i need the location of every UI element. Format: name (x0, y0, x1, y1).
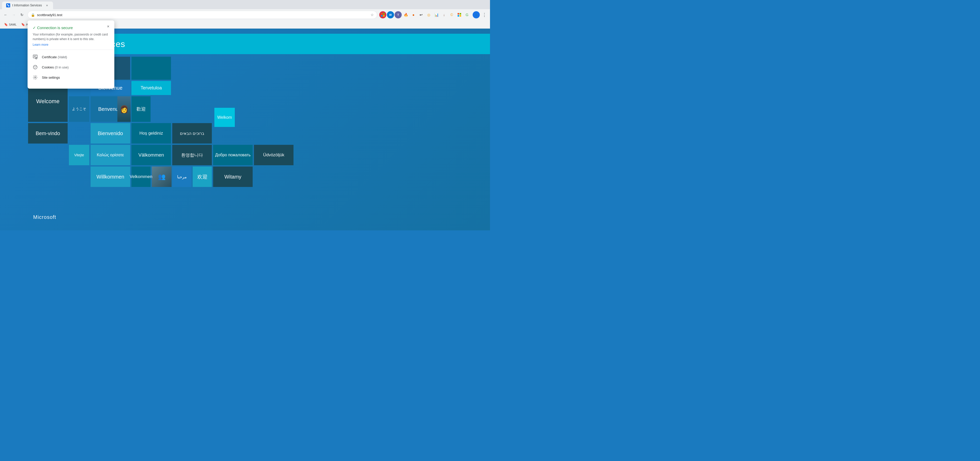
svg-rect-9 (458, 15, 459, 17)
popup-close-button[interactable]: × (105, 24, 111, 30)
certificate-item[interactable]: Certificate (Valid) (27, 52, 115, 62)
tile-bienvenido: Bienvenido (91, 123, 130, 144)
user-profile-button[interactable]: 👤 (473, 11, 480, 18)
reload-button[interactable]: ↻ (18, 11, 25, 18)
tile-dobro: Добро пожаловать (213, 145, 253, 165)
microsoft-ext-icon[interactable] (379, 11, 387, 18)
svg-point-17 (35, 67, 36, 67)
more-options-button[interactable]: ⋮ (481, 11, 488, 18)
tile-udvozoljuk: Üdvözöljük (254, 145, 293, 165)
tile-valkommen: Välkommen (131, 145, 171, 165)
toolbar: ← → ↻ 🔒 scottbrady91.test ☆ W T 🔥 ● ↩ ◎ (0, 9, 490, 21)
tile-hosgeldiniz: Hoş geldiniz (131, 123, 171, 144)
svg-point-19 (36, 66, 37, 66)
site-settings-label: Site settings (42, 76, 60, 80)
tile-kalos: Καλώς ορίσατε (91, 145, 130, 165)
address-bar[interactable]: 🔒 scottbrady91.test ☆ (27, 11, 377, 19)
popup-description: Your information (for example, passwords… (33, 32, 109, 41)
forward-button[interactable]: → (10, 11, 18, 18)
svg-rect-8 (460, 13, 461, 14)
learn-more-link[interactable]: Learn more (33, 43, 109, 46)
settings-icon (33, 75, 38, 80)
ext-icon-7[interactable]: © (448, 11, 455, 18)
ext-icon-3[interactable]: ↩ (417, 11, 425, 18)
tile-willkommen: Willkommen (91, 166, 130, 187)
certificate-label: Certificate (Valid) (42, 55, 67, 59)
photo-tile-1: 👩 (118, 96, 130, 122)
svg-rect-5 (381, 15, 383, 17)
tab-bar: t Information Services ✕ (0, 0, 490, 9)
bookmark-star-icon[interactable]: ☆ (371, 13, 374, 17)
microsoft-logo: Microsoft (33, 214, 56, 220)
svg-rect-6 (383, 15, 385, 17)
ext-icon-4[interactable]: ◎ (425, 11, 432, 18)
popup-header: ✓ Connection is secure Your information … (27, 24, 115, 50)
security-popup: × ✓ Connection is secure Your informatio… (27, 21, 115, 89)
svg-point-18 (35, 68, 35, 68)
svg-point-14 (35, 57, 37, 59)
ext-icon-1[interactable]: 🔥 (402, 11, 409, 18)
svg-rect-1 (7, 4, 8, 5)
lock-icon: 🔒 (31, 13, 35, 17)
svg-point-15 (33, 65, 37, 69)
svg-rect-10 (460, 15, 461, 17)
tile-bemvindo: Bem-vindo (28, 123, 68, 144)
tile-marhaba: مرحبا (172, 166, 191, 187)
tile-tervetuloa: Tervetuloa (131, 81, 171, 95)
teams-ext-icon[interactable]: T (395, 11, 402, 18)
bookmark-saml-label: SAML (9, 23, 17, 26)
ext-icon-9[interactable]: G (463, 11, 471, 18)
site-settings-item[interactable]: Site settings (27, 72, 115, 83)
cookies-icon (33, 65, 38, 70)
svg-rect-7 (458, 13, 459, 14)
ext-icon-5[interactable]: 📊 (433, 11, 440, 18)
tile-dark-4 (131, 57, 171, 80)
tile-hwangyong: 환영합니다 (172, 145, 212, 165)
ext-icon-6[interactable]: ↓ (441, 11, 448, 18)
tile-witamy: Witamy (213, 166, 253, 187)
svg-point-16 (34, 66, 35, 67)
tile-huanying2: 欢迎 (192, 166, 212, 187)
svg-rect-3 (381, 13, 383, 14)
tile-baruchim: ברוכים הבאים (172, 123, 212, 144)
cookies-item[interactable]: Cookies (0 in use) (27, 62, 115, 72)
tab-close-button[interactable]: ✕ (45, 3, 49, 7)
photo-tile-2: 👥 (152, 166, 172, 187)
tile-youkoso: ようこそ (69, 96, 89, 122)
extension-icons: W T 🔥 ● ↩ ◎ 📊 ↓ © G (379, 11, 471, 18)
svg-point-20 (35, 77, 36, 78)
cookies-label: Cookies (0 in use) (42, 65, 68, 69)
tile-vitejte: Vitejte (69, 145, 89, 165)
bookmark-saml[interactable]: 🔖 SAML (2, 21, 19, 27)
active-tab[interactable]: t Information Services ✕ (2, 2, 53, 9)
ext-icon-2[interactable]: ● (410, 11, 417, 18)
office-ext-icon[interactable]: W (387, 11, 394, 18)
popup-items: Certificate (Valid) Cookies (0 in use) (27, 50, 115, 85)
tab-favicon (6, 3, 10, 7)
popup-title: ✓ Connection is secure (33, 26, 109, 30)
tab-title: t Information Services (12, 3, 42, 7)
svg-rect-4 (383, 13, 385, 14)
tile-velkommen: Velkommen (131, 166, 151, 187)
svg-rect-2 (8, 5, 9, 6)
tile-huanying: 歡迎 (131, 96, 151, 122)
tile-welkom: Welkom (215, 108, 235, 127)
back-button[interactable]: ← (2, 11, 9, 18)
certificate-icon (33, 54, 38, 59)
url-text: scottbrady91.test (37, 13, 369, 17)
ext-icon-8[interactable] (456, 11, 463, 18)
